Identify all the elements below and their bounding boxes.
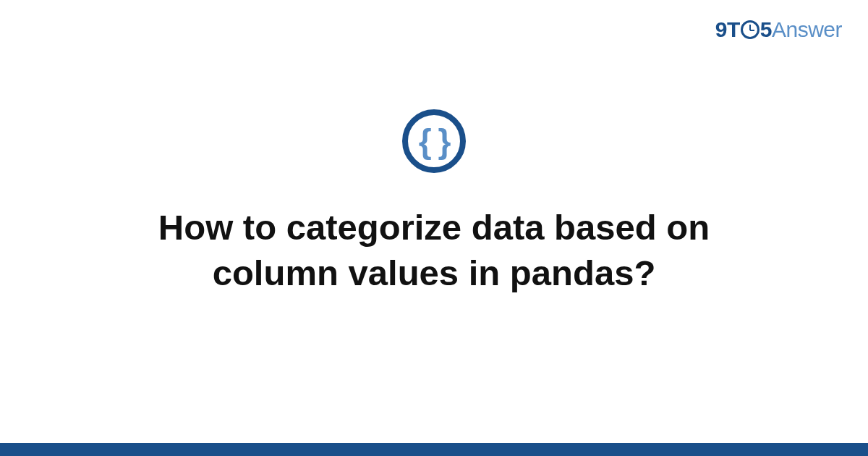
main-content: { } How to categorize data based on colu…	[0, 0, 868, 456]
braces-symbol: { }	[419, 124, 450, 158]
bottom-accent-bar	[0, 443, 868, 456]
page-title: How to categorize data based on column v…	[72, 205, 796, 295]
code-braces-icon: { }	[402, 109, 466, 173]
